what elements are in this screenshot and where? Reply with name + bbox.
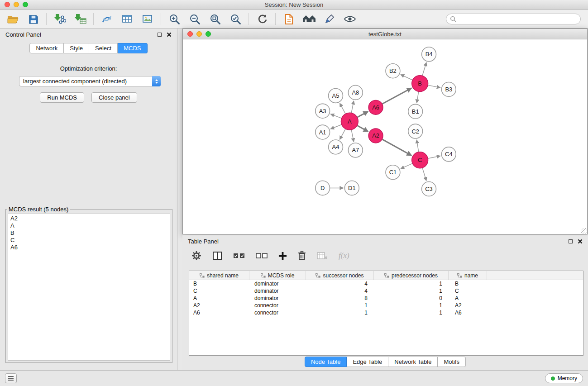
graph-node-A[interactable]: A	[341, 113, 358, 130]
graph-edge-A-A6[interactable]	[357, 111, 368, 117]
close-table-panel-icon[interactable]	[578, 239, 583, 244]
graph-edge-A-A4[interactable]	[340, 129, 346, 139]
minimize-network-window-button[interactable]	[196, 31, 202, 37]
close-network-window-button[interactable]	[187, 31, 193, 37]
zoom-window-button[interactable]	[23, 2, 28, 7]
graph-node-C3[interactable]: C3	[422, 182, 436, 196]
graph-node-A6[interactable]: A6	[368, 100, 383, 114]
table-row[interactable]: A6connector11A6	[189, 309, 583, 316]
task-history-button[interactable]	[5, 373, 17, 383]
create-column-button[interactable]	[278, 249, 287, 262]
graph-node-C2[interactable]: C2	[408, 124, 423, 138]
select-all-columns-button[interactable]	[233, 249, 245, 262]
graph-node-B1[interactable]: B1	[408, 104, 423, 119]
graph-edge-C-C4[interactable]	[428, 156, 440, 159]
graph-node-B2[interactable]: B2	[386, 64, 400, 78]
graph-node-A3[interactable]: A3	[316, 104, 330, 118]
table-tab-edge-table[interactable]: Edge Table	[347, 357, 388, 367]
new-table-button[interactable]	[120, 12, 134, 26]
unselect-all-columns-button[interactable]	[256, 249, 268, 262]
table-tab-network-table[interactable]: Network Table	[388, 357, 438, 367]
search-input[interactable]	[446, 14, 581, 24]
network-window-titlebar[interactable]: testGlobe.txt	[183, 29, 587, 39]
minimize-window-button[interactable]	[14, 2, 19, 7]
show-graphics-details-button[interactable]	[343, 12, 357, 26]
graph-edge-C-C3[interactable]	[422, 168, 426, 181]
graph-edge-B-B2[interactable]	[401, 75, 412, 80]
mcds-result-list[interactable]: A2ABCA6	[8, 214, 170, 361]
graph-node-D1[interactable]: D1	[344, 181, 359, 195]
float-panel-icon[interactable]	[158, 33, 162, 37]
refresh-layout-button[interactable]	[255, 12, 269, 26]
function-builder-button[interactable]: f(x)	[339, 249, 349, 262]
close-panel-icon[interactable]	[167, 32, 172, 37]
optimization-criterion-select[interactable]: largest connected component (directed)	[19, 76, 161, 86]
graph-node-A5[interactable]: A5	[329, 88, 343, 103]
new-network-button[interactable]	[100, 12, 114, 26]
show-columns-button[interactable]	[212, 249, 222, 262]
graph-node-A1[interactable]: A1	[316, 125, 330, 139]
export-image-button[interactable]	[140, 12, 155, 26]
graph-node-D[interactable]: D	[316, 181, 330, 195]
control-tab-network[interactable]: Network	[29, 43, 64, 53]
table-row[interactable]: Cdominator41C	[189, 287, 583, 295]
delete-table-button[interactable]	[317, 249, 328, 262]
column-header-predecessor-nodes[interactable]: predecessor nodes	[374, 271, 449, 280]
zoom-network-window-button[interactable]	[206, 31, 211, 37]
network-canvas[interactable]: B4B2BB3A5A8A6B1A3AC2A1A2A4A7C4CC1DD1C3	[183, 40, 587, 234]
home-view-button[interactable]	[302, 12, 316, 26]
table-tab-motifs[interactable]: Motifs	[438, 357, 466, 367]
import-network-file-button[interactable]	[53, 12, 67, 26]
graph-node-B4[interactable]: B4	[422, 47, 436, 62]
close-panel-button[interactable]: Close panel	[91, 92, 137, 103]
graph-edge-B-B1[interactable]	[417, 91, 419, 103]
graph-edge-A-A5[interactable]	[340, 103, 346, 114]
save-session-button[interactable]	[26, 12, 40, 26]
table-row[interactable]: Bdominator41B	[189, 280, 583, 287]
import-table-file-button[interactable]	[73, 12, 87, 26]
graph-edge-A6-B[interactable]	[382, 88, 411, 104]
column-header-shared-name[interactable]: shared name	[189, 271, 249, 280]
graph-edge-A-A8[interactable]	[351, 101, 354, 113]
graph-edge-B-B3[interactable]	[428, 85, 440, 88]
zoom-fit-button[interactable]	[208, 12, 222, 26]
graph-edge-A-A7[interactable]	[351, 130, 354, 142]
graph-node-A4[interactable]: A4	[329, 140, 343, 154]
column-header-name[interactable]: name	[449, 271, 487, 280]
graph-edge-A-A3[interactable]	[330, 114, 341, 118]
open-session-button[interactable]	[5, 12, 20, 26]
control-tab-style[interactable]: Style	[64, 43, 89, 53]
graph-edge-B-B4[interactable]	[422, 62, 426, 76]
column-header-mcds-role[interactable]: MCDS role	[249, 271, 306, 280]
graph-node-A8[interactable]: A8	[348, 86, 363, 100]
memory-button[interactable]: Memory	[545, 373, 583, 383]
close-window-button[interactable]	[5, 2, 10, 7]
graph-edge-A-A1[interactable]	[330, 124, 342, 129]
zoom-out-button[interactable]	[187, 12, 202, 26]
table-row[interactable]: Adominator80A	[189, 295, 583, 302]
table-row[interactable]: A2connector11A2	[189, 302, 583, 309]
graph-node-A7[interactable]: A7	[348, 143, 363, 157]
graph-edge-C-C2[interactable]	[417, 140, 419, 152]
graph-node-C4[interactable]: C4	[441, 147, 456, 162]
graph-node-B3[interactable]: B3	[441, 82, 456, 97]
delete-column-button[interactable]	[298, 249, 306, 262]
control-tab-mcds[interactable]: MCDS	[118, 43, 147, 53]
annotation-button[interactable]	[322, 12, 337, 26]
document-button[interactable]	[282, 12, 296, 26]
graph-edge-A-A2[interactable]	[357, 125, 368, 132]
graph-edge-C-C1[interactable]	[401, 163, 412, 169]
column-header-successor-nodes[interactable]: successor nodes	[306, 271, 374, 280]
table-tab-node-table[interactable]: Node Table	[305, 357, 347, 367]
zoom-in-button[interactable]	[167, 12, 182, 26]
graph-node-C[interactable]: C	[412, 152, 428, 168]
graph-node-A2[interactable]: A2	[368, 129, 383, 143]
graph-node-B[interactable]: B	[412, 76, 428, 92]
zoom-selected-button[interactable]	[228, 12, 243, 26]
graph-node-C1[interactable]: C1	[386, 165, 400, 180]
window-resize-handle[interactable]	[581, 228, 587, 234]
graph-edge-A2-C[interactable]	[382, 139, 411, 156]
run-mcds-button[interactable]: Run MCDS	[40, 92, 84, 103]
table-settings-button[interactable]	[191, 249, 201, 262]
control-tab-select[interactable]: Select	[89, 43, 118, 53]
